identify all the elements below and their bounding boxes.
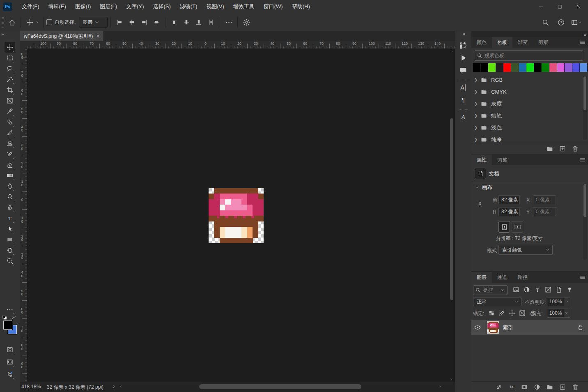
- tool-preset-chevron-icon[interactable]: [35, 20, 40, 25]
- vertical-scrollbar[interactable]: [449, 49, 454, 381]
- tab-图层[interactable]: 图层: [471, 272, 492, 283]
- foreground-color-well[interactable]: [3, 321, 12, 330]
- pen-tool[interactable]: [5, 202, 15, 213]
- ruler-corner[interactable]: [20, 41, 28, 49]
- color-swatch[interactable]: [496, 63, 504, 72]
- document-canvas[interactable]: [209, 188, 264, 243]
- swatch-group-RGB[interactable]: ❯RGB: [471, 74, 588, 86]
- auto-select-target-dropdown[interactable]: 图层: [79, 17, 108, 28]
- blend-mode-dropdown[interactable]: 正常: [473, 297, 521, 306]
- collapse-dock-button[interactable]: «: [463, 31, 464, 36]
- tab-路径[interactable]: 路径: [512, 272, 533, 283]
- more-align-options-button[interactable]: [223, 16, 234, 28]
- swatch-group-CMYK[interactable]: ❯CMYK: [471, 86, 588, 98]
- search-button[interactable]: [540, 16, 551, 28]
- color-swatch[interactable]: [488, 63, 496, 72]
- adjustment-button[interactable]: [533, 383, 541, 391]
- tool-settings-button[interactable]: [241, 16, 252, 28]
- scrollbar-thumb[interactable]: [583, 184, 586, 217]
- layer-thumbnail[interactable]: [487, 321, 499, 334]
- chevron-right-icon[interactable]: ❯: [471, 90, 480, 94]
- maximize-button[interactable]: [550, 0, 569, 13]
- edit-toolbar-button[interactable]: [5, 304, 15, 315]
- lock-paint-button[interactable]: [498, 309, 505, 317]
- lock-transparent-button[interactable]: [488, 309, 495, 317]
- document-tab[interactable]: wFa64dvS.png @ 418%(索引#) ×: [20, 31, 104, 41]
- align-left-button[interactable]: [114, 16, 125, 28]
- properties-scrollbar[interactable]: [583, 183, 587, 260]
- quick-mask-button[interactable]: [5, 344, 15, 355]
- tab-渐变[interactable]: 渐变: [512, 37, 533, 48]
- align-center-vertical-button[interactable]: [181, 16, 192, 28]
- magic-wand-tool[interactable]: [5, 74, 15, 85]
- zoom-level-field[interactable]: 418.18%: [21, 384, 41, 390]
- menu-item[interactable]: 选择(S): [149, 1, 175, 12]
- section-collapse-icon[interactable]: [475, 185, 480, 190]
- color-swatch[interactable]: [511, 63, 519, 72]
- tab-色板[interactable]: 色板: [492, 37, 512, 48]
- tab-图案[interactable]: 图案: [533, 37, 554, 48]
- close-button[interactable]: [569, 0, 588, 13]
- path-select-tool[interactable]: [5, 224, 15, 234]
- menu-item[interactable]: 编辑(E): [44, 1, 70, 12]
- menu-item[interactable]: 帮助(H): [288, 1, 314, 12]
- crop-tool[interactable]: [5, 85, 15, 95]
- character-panel-button[interactable]: A: [459, 83, 469, 93]
- clone-stamp-tool[interactable]: [5, 138, 15, 149]
- color-swatch[interactable]: [503, 63, 511, 72]
- layer-visibility-toggle[interactable]: [471, 320, 484, 335]
- scrollbar-thumb[interactable]: [583, 76, 586, 110]
- comment-panel-button[interactable]: [459, 66, 469, 76]
- status-menu-chevron-icon[interactable]: [111, 384, 117, 390]
- rectangle-tool[interactable]: [5, 234, 15, 245]
- color-swatch[interactable]: [557, 63, 565, 72]
- toolbar-expand-button[interactable]: »: [2, 32, 4, 37]
- color-swatch[interactable]: [541, 63, 549, 72]
- layer-lock-icon[interactable]: [577, 324, 584, 331]
- frame-tool[interactable]: [5, 95, 15, 106]
- align-right-button[interactable]: [138, 16, 150, 28]
- menu-item[interactable]: 文件(F): [18, 1, 44, 12]
- default-colors-icon[interactable]: [2, 316, 7, 320]
- opacity-field[interactable]: 100%: [547, 297, 564, 306]
- marquee-tool[interactable]: [5, 53, 15, 63]
- glyphs-panel-button[interactable]: A: [459, 113, 469, 122]
- help-button[interactable]: ?: [555, 16, 567, 28]
- chevron-right-icon[interactable]: ❯: [471, 101, 480, 106]
- history-panel-button[interactable]: [459, 41, 469, 51]
- scroll-down-icon[interactable]: [450, 377, 454, 381]
- color-swatch[interactable]: [534, 63, 542, 72]
- swatch-group-浅色[interactable]: ❯浅色: [471, 122, 588, 134]
- portrait-orientation-button[interactable]: [498, 221, 510, 233]
- color-swatch[interactable]: [519, 63, 527, 72]
- scroll-up-icon[interactable]: [450, 49, 454, 53]
- x-field[interactable]: 0 像素: [533, 195, 556, 204]
- filter-image-button[interactable]: [512, 286, 520, 293]
- menu-item[interactable]: 文字(Y): [122, 1, 148, 12]
- vertical-ruler[interactable]: 8 07 06 05 04 03 02 01 001 02 03 04 05 0…: [20, 48, 28, 382]
- current-tool-button[interactable]: [24, 16, 35, 28]
- delete-button[interactable]: [572, 145, 579, 152]
- swatch-group-蜡笔[interactable]: ❯蜡笔: [471, 110, 588, 122]
- color-swatch[interactable]: [549, 63, 557, 72]
- pencil-tool[interactable]: [5, 127, 15, 138]
- horizontal-ruler[interactable]: 1009080706050403020100102030405060708090…: [27, 41, 455, 49]
- menu-item[interactable]: 图层(L): [96, 1, 121, 12]
- history-brush-tool[interactable]: [5, 149, 15, 159]
- color-swatch[interactable]: [526, 63, 534, 72]
- tab-调整[interactable]: 调整: [492, 154, 512, 165]
- type-tool[interactable]: T: [5, 213, 15, 224]
- chevron-right-icon[interactable]: ❯: [471, 137, 480, 142]
- hand-tool[interactable]: [5, 245, 15, 256]
- swatch-group-灰度[interactable]: ❯灰度: [471, 98, 588, 110]
- canvas-viewport[interactable]: [27, 48, 455, 382]
- panel-menu-button[interactable]: [577, 154, 588, 165]
- chevron-right-icon[interactable]: ❯: [471, 113, 480, 118]
- group-button[interactable]: [546, 383, 554, 391]
- home-button[interactable]: [6, 16, 18, 28]
- layer-row[interactable]: 索引: [471, 320, 588, 335]
- filter-type-button[interactable]: T: [534, 286, 541, 293]
- lock-artboard-button[interactable]: [519, 309, 526, 317]
- tab-通道[interactable]: 通道: [492, 272, 512, 283]
- eyedropper-tool[interactable]: [5, 106, 15, 117]
